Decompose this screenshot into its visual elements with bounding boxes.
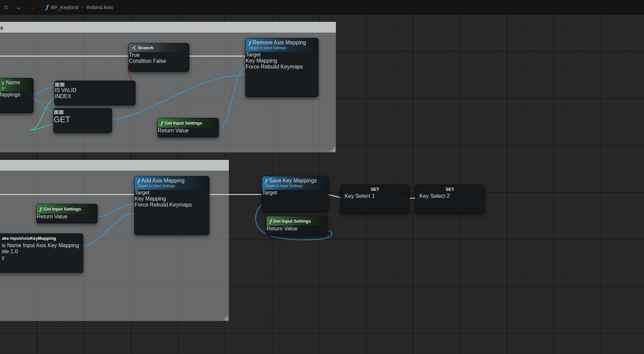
blueprint-editor: ☆ ← → ƒ BP_Keybind › Rebind Axis g: [0, 0, 644, 354]
pin-label: Key Mapping: [135, 196, 166, 202]
node-title: GET: [54, 115, 112, 124]
pin-label: ut Mappings: [0, 92, 20, 97]
function-icon: ƒ: [46, 4, 48, 10]
pin-label: Force Rebuild Keymaps: [135, 202, 192, 208]
node-title: SET: [371, 187, 379, 192]
array-watermark-icon: ▦▦: [55, 81, 65, 87]
chevron-right-icon: ›: [82, 4, 84, 10]
node-title-line1: IS VALID: [55, 87, 135, 93]
pin-label: Key Mapping: [246, 58, 277, 63]
scale-input[interactable]: 1.0: [10, 249, 18, 254]
node-get-input-settings-3[interactable]: ƒGet Input Settings Return Value: [266, 216, 328, 235]
node-title: Get Input Settings: [44, 207, 81, 212]
node-title: y Name: [2, 80, 20, 86]
node-make-inputaxiskeymapping[interactable]: ake InputAxisKeyMapping is Name Input Ax…: [0, 233, 83, 273]
node-get-by-name-clipped[interactable]: y Name gs ut Mappings: [0, 78, 34, 113]
node-subtitle: Target is Input Settings: [249, 46, 315, 50]
pin-label: False: [153, 58, 166, 64]
node-subtitle: Target is Input Settings: [265, 184, 325, 188]
node-title: Get Input Settings: [274, 219, 311, 224]
node-title: Save Key Mappings: [269, 178, 317, 184]
pin-label: Target: [262, 190, 277, 195]
node-get[interactable]: ▦▦ GET: [53, 108, 112, 133]
breadcrumb-root[interactable]: BP_Keybind: [51, 4, 79, 10]
pin-label: ale: [2, 249, 9, 254]
node-save-key-mappings[interactable]: ƒSave Key Mappings Target is Input Setti…: [262, 176, 329, 212]
wire-getinputsettings-to-add-target[interactable]: [93, 204, 138, 218]
breadcrumb-current[interactable]: Rebind Axis: [87, 4, 113, 10]
node-title: Remove Axis Mapping: [253, 40, 306, 46]
function-icon: ƒ: [249, 40, 251, 45]
pin-label: y: [2, 255, 4, 260]
pin-label: Target: [135, 190, 149, 195]
node-title: Get Input Settings: [165, 121, 202, 126]
node-remove-axis-mapping[interactable]: ƒRemove Axis Mapping Target is Input Set…: [245, 38, 318, 97]
back-arrow-icon[interactable]: ←: [12, 4, 26, 10]
node-title: Add Axis Mapping: [142, 178, 185, 184]
pin-label: Key Select 2: [419, 193, 450, 199]
node-set-key-select-1[interactable]: SET Key Select 1: [340, 185, 410, 214]
pin-label: Target: [246, 52, 260, 57]
pin-label: Force Rebuild Keymaps: [246, 64, 303, 70]
pin-label: Input Axis Key Mapping: [23, 242, 79, 248]
pin-label: Return Value: [158, 128, 189, 133]
pin-label: Return Value: [37, 214, 67, 219]
pin-label: Key Select 1: [345, 193, 375, 199]
favorite-star-icon[interactable]: ☆: [0, 4, 12, 10]
pin-label: Condition: [129, 58, 152, 64]
toolbar-divider: [41, 2, 42, 12]
branch-icon: [132, 46, 136, 50]
node-subtitle: gs: [2, 86, 30, 90]
breadcrumb-bar: ☆ ← → ƒ BP_Keybind › Rebind Axis: [0, 0, 644, 14]
function-icon: ƒ: [265, 178, 267, 183]
node-title-line2: INDEX: [55, 93, 135, 99]
pin-label: Return Value: [266, 226, 297, 231]
function-icon: ƒ: [269, 219, 271, 224]
node-set-key-select-2[interactable]: SET Key Select 2: [415, 185, 485, 214]
node-get-input-settings-1[interactable]: ƒGet Input Settings Return Value: [157, 118, 219, 137]
node-is-valid-index[interactable]: ▦▦ IS VALID INDEX: [54, 81, 136, 105]
function-icon: ƒ: [161, 121, 163, 126]
pin-label: True: [129, 52, 140, 58]
function-icon: ƒ: [138, 178, 140, 183]
function-icon: ƒ: [40, 207, 42, 212]
node-title: ake InputAxisKeyMapping: [2, 236, 56, 241]
node-title: Branch: [138, 45, 153, 50]
node-add-axis-mapping[interactable]: ƒAdd Axis Mapping Target is Input Settin…: [134, 176, 209, 235]
node-branch[interactable]: Branch True Condition False: [129, 43, 189, 72]
array-watermark-icon: ▦▦: [54, 109, 64, 115]
node-subtitle: Target is Input Settings: [138, 184, 206, 188]
forward-arrow-icon[interactable]: →: [26, 4, 39, 10]
node-get-input-settings-2[interactable]: ƒGet Input Settings Return Value: [36, 204, 98, 223]
node-title: SET: [446, 187, 454, 192]
pin-label: is Name: [2, 242, 21, 248]
